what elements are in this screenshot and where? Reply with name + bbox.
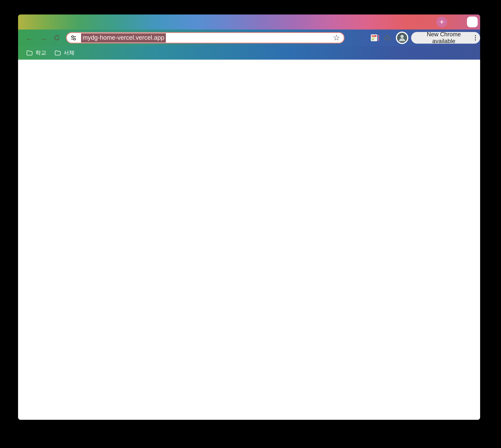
reload-button[interactable] bbox=[53, 34, 61, 42]
site-settings-icon[interactable] bbox=[71, 35, 77, 41]
toolbar-divider bbox=[378, 35, 379, 41]
page-content bbox=[18, 60, 480, 420]
bookmark-label: 서체 bbox=[63, 49, 75, 57]
bookmarks-bar: 학교 서체 bbox=[18, 46, 480, 60]
url-bar[interactable]: mydg-home-vercel.vercel.app ☆ bbox=[66, 32, 344, 43]
profile-avatar[interactable] bbox=[467, 16, 478, 27]
forward-button[interactable]: → bbox=[39, 34, 47, 42]
reload-icon bbox=[53, 34, 61, 42]
browser-window: + ← → bbox=[18, 15, 480, 420]
kebab-menu-icon[interactable] bbox=[475, 34, 476, 41]
new-tab-button[interactable]: + bbox=[436, 16, 447, 28]
chrome-update-button[interactable]: New Chrome available bbox=[411, 32, 480, 44]
tab-strip: + bbox=[18, 15, 480, 30]
bookmark-star-icon[interactable]: ☆ bbox=[333, 34, 340, 42]
account-avatar[interactable] bbox=[396, 32, 408, 44]
bookmark-label: 학교 bbox=[35, 49, 46, 57]
reading-list-icon[interactable] bbox=[371, 34, 378, 42]
folder-icon bbox=[26, 50, 33, 56]
zoom-window-button[interactable] bbox=[43, 20, 47, 24]
traffic-lights bbox=[29, 20, 47, 24]
bookmark-folder-school[interactable]: 학교 bbox=[26, 49, 46, 57]
chrome-update-label: New Chrome available bbox=[416, 31, 471, 45]
bookmark-folder-typeface[interactable]: 서체 bbox=[55, 49, 75, 57]
browser-toolbar: ← → mydg-home-vercel.vercel.app bbox=[18, 30, 480, 46]
extensions-puzzle-icon[interactable] bbox=[384, 34, 391, 43]
url-text-selected[interactable]: mydg-home-vercel.vercel.app bbox=[81, 33, 166, 43]
minimize-window-button[interactable] bbox=[36, 20, 40, 24]
close-window-button[interactable] bbox=[29, 20, 33, 24]
desktop-background: + ← → bbox=[0, 0, 501, 448]
folder-icon bbox=[55, 50, 61, 56]
back-button[interactable]: ← bbox=[25, 34, 33, 42]
